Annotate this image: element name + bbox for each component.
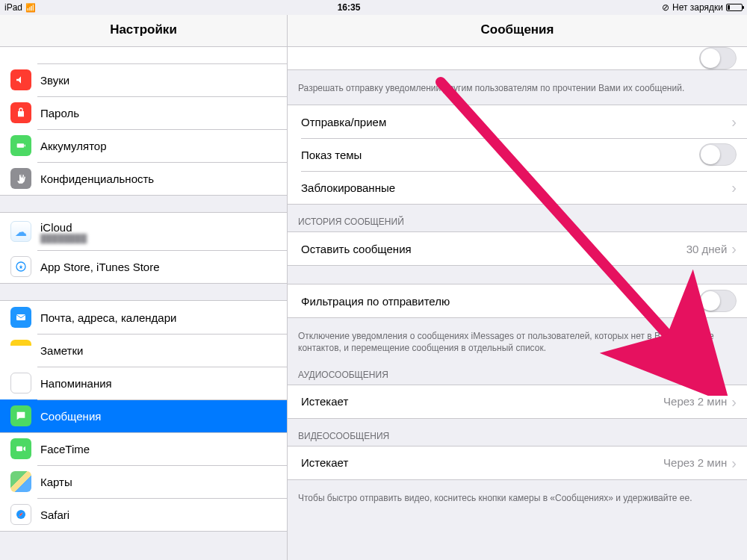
sidebar-item-appstore[interactable]: App Store, iTunes Store bbox=[0, 250, 287, 283]
sidebar-item-safari[interactable]: Safari bbox=[0, 498, 287, 531]
sidebar-item-reminders[interactable]: Напоминания bbox=[0, 367, 287, 399]
charging-label: Нет зарядки bbox=[672, 2, 723, 13]
row-label: Заблокированные bbox=[301, 181, 731, 194]
sidebar-item-label: Пароль bbox=[40, 107, 276, 119]
icloud-icon bbox=[10, 221, 31, 242]
battery-icon bbox=[726, 4, 743, 11]
sidebar-item-sounds[interactable]: Звуки bbox=[0, 63, 287, 96]
row-label: Истекает bbox=[301, 395, 663, 408]
sidebar-item-label: Почта, адреса, календари bbox=[40, 311, 276, 324]
filter-footer: Отключение уведомления о сообщениях iMes… bbox=[288, 326, 747, 364]
battery-icon bbox=[10, 135, 31, 156]
row-label: Отправка/прием bbox=[301, 116, 731, 128]
read-receipts-footer: Разрешать отправку уведомлений другим по… bbox=[288, 78, 747, 105]
sidebar-item-label: Сообщения bbox=[40, 410, 276, 423]
lock-icon bbox=[10, 102, 31, 123]
facetime-icon bbox=[10, 438, 31, 459]
chevron-right-icon: › bbox=[731, 241, 737, 256]
sounds-icon bbox=[10, 69, 31, 90]
svg-rect-3 bbox=[16, 314, 25, 320]
toggle-switch[interactable] bbox=[699, 47, 737, 69]
row-keep-messages[interactable]: Оставить сообщения 30 дней › bbox=[288, 232, 747, 265]
settings-sidebar: Настройки Звуки Пароль Аккумулятор bbox=[0, 15, 288, 560]
sidebar-item-facetime[interactable]: FaceTime bbox=[0, 432, 287, 465]
sidebar-item-label: App Store, iTunes Store bbox=[40, 261, 276, 273]
svg-rect-1 bbox=[25, 145, 25, 147]
mail-icon bbox=[10, 307, 31, 328]
toggle-switch[interactable] bbox=[699, 143, 737, 166]
video-footer: Чтобы быстро отправить видео, коснитесь … bbox=[288, 488, 747, 514]
appstore-icon bbox=[10, 256, 31, 277]
chevron-right-icon: › bbox=[731, 394, 737, 409]
wifi-icon bbox=[25, 2, 36, 13]
sidebar-item-label: iCloud ████████ bbox=[40, 221, 276, 243]
sidebar-item-label: Заметки bbox=[40, 344, 276, 357]
sidebar-item-label: Карты bbox=[40, 476, 276, 488]
notes-icon bbox=[10, 340, 31, 361]
row-read-receipts-partial[interactable] bbox=[288, 47, 747, 69]
device-label: iPad bbox=[4, 2, 22, 13]
row-video-expire[interactable]: Истекает Через 2 мин › bbox=[288, 447, 747, 479]
sidebar-item-label: Конфиденциальность bbox=[40, 172, 276, 185]
sidebar-item-label: Напоминания bbox=[40, 377, 276, 390]
sidebar-item-passcode[interactable]: Пароль bbox=[0, 96, 287, 129]
row-audio-expire[interactable]: Истекает Через 2 мин › bbox=[288, 385, 747, 418]
row-value: 30 дней bbox=[686, 243, 728, 255]
history-header: ИСТОРИЯ СООБЩЕНИЙ bbox=[288, 212, 747, 231]
sidebar-item-maps[interactable]: Карты bbox=[0, 465, 287, 498]
toggle-switch[interactable] bbox=[699, 290, 737, 312]
row-label: Фильтрация по отправителю bbox=[301, 295, 699, 308]
sidebar-item-label: Аккумулятор bbox=[40, 140, 276, 152]
row-value: Через 2 мин bbox=[663, 456, 727, 469]
row-blocked[interactable]: Заблокированные › bbox=[288, 171, 747, 204]
sidebar-item-mail[interactable]: Почта, адреса, календари bbox=[0, 301, 287, 334]
sidebar-item-privacy[interactable]: Конфиденциальность bbox=[0, 162, 287, 195]
messages-icon bbox=[10, 405, 31, 426]
row-show-subject[interactable]: Показ темы bbox=[288, 138, 747, 171]
clock: 16:35 bbox=[36, 2, 662, 13]
sidebar-item-messages[interactable]: Сообщения bbox=[0, 399, 287, 432]
hand-icon bbox=[10, 168, 31, 189]
detail-title: Сообщения bbox=[288, 15, 747, 47]
chevron-right-icon: › bbox=[731, 455, 737, 470]
row-label: Оставить сообщения bbox=[301, 243, 686, 255]
svg-rect-0 bbox=[17, 143, 24, 147]
video-header: ВИДЕОСООБЩЕНИЯ bbox=[288, 426, 747, 446]
sidebar-title: Настройки bbox=[0, 15, 287, 47]
svg-rect-4 bbox=[16, 447, 22, 452]
safari-icon bbox=[10, 504, 31, 525]
sidebar-item-label: Safari bbox=[40, 508, 276, 521]
detail-pane: Сообщения Разрешать отправку уведомлений… bbox=[288, 15, 747, 560]
row-filter-sender[interactable]: Фильтрация по отправителю bbox=[288, 284, 747, 317]
sidebar-item-partial[interactable] bbox=[0, 47, 287, 63]
sidebar-item-label: FaceTime bbox=[40, 443, 276, 455]
chevron-right-icon: › bbox=[731, 114, 737, 129]
sidebar-item-notes[interactable]: Заметки bbox=[0, 334, 287, 367]
not-charging-icon: ⊘ bbox=[662, 2, 669, 13]
sidebar-item-icloud[interactable]: iCloud ████████ bbox=[0, 213, 287, 250]
maps-icon bbox=[10, 471, 31, 492]
status-bar: iPad 16:35 ⊘ Нет зарядки bbox=[0, 0, 747, 15]
sidebar-item-battery[interactable]: Аккумулятор bbox=[0, 129, 287, 162]
row-value: Через 2 мин bbox=[663, 395, 727, 408]
row-label: Истекает bbox=[301, 456, 663, 469]
row-label: Показ темы bbox=[301, 149, 699, 161]
reminders-icon bbox=[10, 373, 31, 393]
chevron-right-icon: › bbox=[731, 180, 737, 195]
row-send-receive[interactable]: Отправка/прием › bbox=[288, 105, 747, 138]
audio-header: АУДИОСООБЩЕНИЯ bbox=[288, 365, 747, 385]
sidebar-item-label: Звуки bbox=[40, 74, 276, 87]
